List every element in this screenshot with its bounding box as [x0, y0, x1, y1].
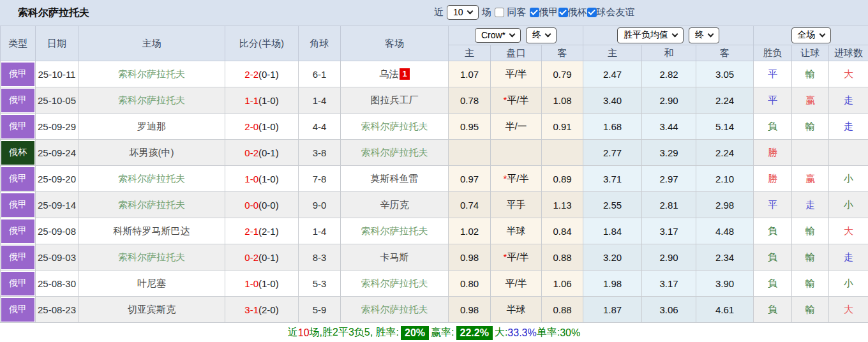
home-team-name[interactable]: 切亚宾斯克	[128, 304, 176, 315]
half-time-score: (2-1)	[258, 226, 279, 237]
result-value: 負	[768, 225, 777, 236]
full-time-score: 3-1	[244, 304, 258, 315]
scope-group-header: 全场	[754, 26, 868, 45]
avg-draw-cell: 2.81	[642, 192, 696, 218]
league-cell: 俄杯	[1, 140, 36, 166]
asian-result-cell	[792, 140, 829, 166]
odds-home-cell	[449, 140, 491, 166]
league-badge: 俄甲	[1, 298, 34, 322]
away-team-name[interactable]: 辛历克	[380, 199, 409, 210]
chevron-down-icon	[708, 31, 714, 38]
league-filter-checkbox[interactable]	[530, 8, 539, 17]
page-title: 索科尔萨拉托夫	[18, 6, 89, 20]
result-value: 平	[768, 94, 777, 105]
away-team-name[interactable]: 索科尔萨拉托夫	[361, 121, 428, 131]
goals-value: 走	[844, 121, 853, 131]
home-team-name[interactable]: 罗迪那	[137, 121, 166, 131]
date-cell: 25-09-08	[36, 218, 79, 244]
home-team-name[interactable]: 索科尔萨拉托夫	[118, 173, 185, 184]
avg-source-select[interactable]: 胜平负均值	[617, 27, 684, 43]
league-filter-checkbox[interactable]	[558, 8, 568, 17]
corners-cell: 1-4	[299, 87, 341, 114]
away-team-name[interactable]: 乌法	[379, 68, 398, 79]
home-team-name[interactable]: 索科尔萨拉托夫	[118, 199, 185, 210]
score-cell: 2-0(1-0)	[225, 114, 299, 140]
league-badge: 俄杯	[1, 141, 34, 165]
odds-away-cell: 0.88	[542, 297, 583, 323]
col-header-type: 类型	[1, 26, 36, 61]
same-opponent-checkbox[interactable]	[495, 8, 504, 17]
avg-home-cell: 1.84	[583, 218, 642, 244]
half-time-score: (1-0)	[258, 174, 279, 184]
big-rate-label: 大:	[495, 326, 507, 339]
handicap-cell: 平/半	[491, 61, 542, 87]
away-team-name[interactable]: 莫斯科鱼雷	[371, 173, 419, 184]
scope-select[interactable]: 全场	[791, 27, 831, 43]
avg-time-select[interactable]: 终	[689, 27, 719, 43]
score-cell: 2-1(2-1)	[225, 218, 299, 244]
col-header-home: 主场	[79, 26, 225, 61]
asian-result-value: 赢	[805, 173, 815, 184]
half-time-score: (0-0)	[258, 200, 279, 211]
away-team-name[interactable]: 索科尔萨拉托夫	[361, 304, 428, 315]
asian-result-cell: 輸	[792, 114, 829, 140]
away-team-name[interactable]: 索科尔萨拉托夫	[361, 225, 428, 236]
league-badge: 俄甲	[1, 89, 34, 112]
away-team-cell: 图拉兵工厂	[341, 87, 449, 114]
home-team-name[interactable]: 坏男孩(中)	[130, 147, 174, 158]
goals-cell: 小	[829, 192, 868, 218]
half-time-score: (0-1)	[258, 252, 279, 263]
home-team-cell: 科斯特罗马斯巴达	[79, 218, 225, 244]
away-team-name[interactable]: 卡马斯	[380, 251, 409, 262]
odds-away-cell: 0.84	[542, 218, 583, 244]
result-value: 勝	[768, 147, 777, 158]
goals-value: 小	[844, 173, 853, 184]
asian-result-value: 輸	[805, 225, 815, 236]
recent-count-select[interactable]: 10	[447, 5, 479, 20]
odds-time-select[interactable]: 终	[526, 27, 557, 43]
handicap-value: 平/半	[507, 94, 528, 105]
goals-cell: 走	[829, 244, 868, 271]
result-value: 平	[768, 68, 777, 79]
date-cell: 25-08-23	[36, 297, 79, 323]
league-filter-checkbox[interactable]	[587, 8, 597, 17]
home-team-name[interactable]: 索科尔萨拉托夫	[118, 68, 185, 79]
league-cell: 俄甲	[1, 192, 36, 218]
odds-away-cell: 1.06	[542, 271, 583, 297]
recent-label: 近	[434, 6, 444, 19]
away-team-name[interactable]: 图拉兵工厂	[371, 94, 419, 105]
asian-result-value: 輸	[805, 68, 815, 79]
asian-result-value: 赢	[805, 94, 815, 105]
odds-source-select[interactable]: Crow*	[475, 28, 521, 43]
full-time-score: 2-0	[244, 121, 258, 132]
avg-home-cell: 3.71	[583, 166, 642, 192]
league-filter-label: 俄甲	[539, 6, 558, 19]
half-time-score: (0-1)	[258, 69, 279, 80]
home-team-name[interactable]: 索科尔萨拉托夫	[118, 94, 185, 105]
avg-home-cell: 1.98	[583, 271, 642, 297]
result-cell: 負	[754, 297, 792, 323]
handicap-value: 平/半	[507, 173, 528, 184]
away-team-name[interactable]: 索科尔萨拉托夫	[361, 278, 428, 288]
league-cell: 俄甲	[1, 297, 36, 323]
handicap-cell: *平/半	[491, 166, 542, 192]
handicap-cell: 平/半	[491, 271, 542, 297]
home-team-name[interactable]: 索科尔萨拉托夫	[118, 251, 185, 262]
away-team-name[interactable]: 索科尔萨拉托夫	[361, 147, 428, 158]
avg-home-cell: 1.68	[583, 114, 642, 140]
odds-away-cell	[542, 140, 583, 166]
match-history-table: 类型 日期 主场 比分(半场) 角球 客场 Crow* 终	[0, 26, 868, 323]
score-cell: 0-0(0-0)	[225, 192, 299, 218]
chevron-down-icon	[819, 31, 825, 38]
home-team-name[interactable]: 叶尼塞	[137, 278, 166, 288]
full-time-score: 1-0	[244, 174, 258, 184]
handicap-cell: 平手	[491, 192, 542, 218]
win-rate-badge: 20%	[401, 326, 429, 340]
league-badge: 俄甲	[1, 63, 34, 86]
goals-value: 小	[844, 199, 853, 210]
home-team-cell: 索科尔萨拉托夫	[79, 61, 225, 87]
home-team-name[interactable]: 科斯特罗马斯巴达	[114, 225, 190, 236]
avg-away-cell: 2.24	[696, 87, 754, 114]
avg-draw-cell: 2.82	[642, 61, 696, 87]
home-team-cell: 索科尔萨拉托夫	[79, 244, 225, 271]
